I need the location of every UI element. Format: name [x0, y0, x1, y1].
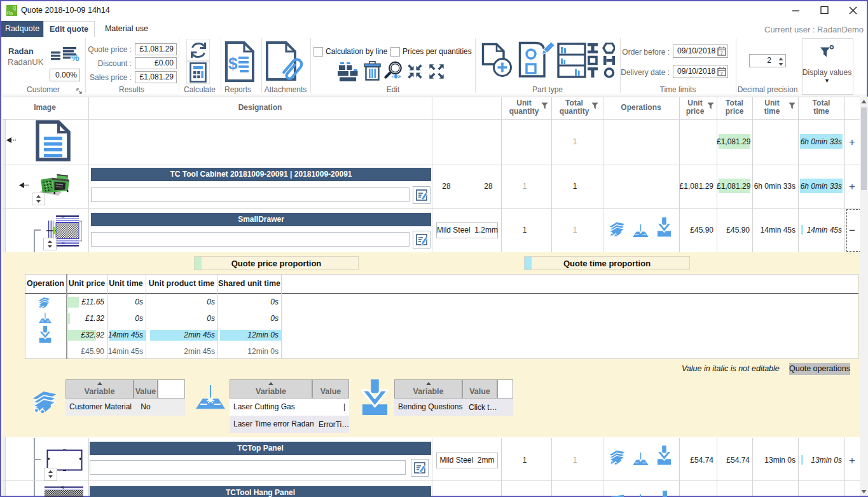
svg-text:7: 7 — [720, 50, 724, 56]
svg-text:%: % — [71, 53, 79, 62]
svg-text:10: 10 — [62, 242, 65, 245]
svg-text:40: 40 — [61, 486, 65, 489]
svg-text:$: $ — [228, 54, 238, 73]
svg-text:12: 12 — [62, 215, 65, 219]
svg-text:7: 7 — [720, 71, 724, 76]
svg-text:Ra: Ra — [7, 11, 13, 15]
svg-text:Q: Q — [13, 6, 17, 11]
